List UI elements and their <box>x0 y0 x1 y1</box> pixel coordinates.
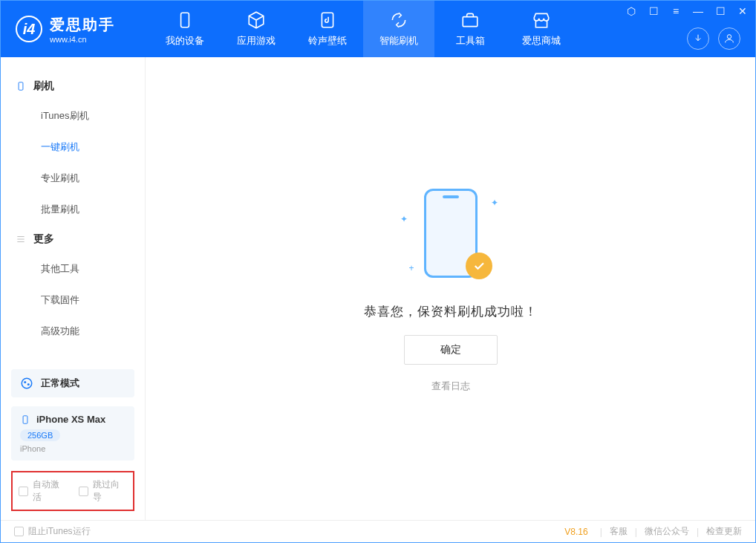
device-name-row: iPhone XS Max <box>20 414 126 425</box>
app-header: i4 爱思助手 www.i4.cn 我的设备 应用游戏 铃声壁纸 智能刷机 工具… <box>1 1 755 57</box>
mode-label: 正常模式 <box>41 377 79 390</box>
refresh-icon <box>389 10 408 30</box>
logo-title: 爱思助手 <box>50 15 115 35</box>
checkbox-label: 阻止iTunes运行 <box>28 525 91 538</box>
svg-rect-2 <box>463 17 478 27</box>
device-type: iPhone <box>20 444 126 453</box>
body-area: 刷机 iTunes刷机 一键刷机 专业刷机 批量刷机 更多 其他工具 下载固件 … <box>1 57 755 520</box>
tab-smart-flash[interactable]: 智能刷机 <box>363 1 434 57</box>
sparkle-icon: + <box>409 263 414 273</box>
check-badge-icon <box>466 253 492 279</box>
sidebar-group-flash: 刷机 <box>1 72 145 100</box>
group-label: 刷机 <box>33 79 54 93</box>
device-storage-badge: 256GB <box>20 429 60 441</box>
tab-label: 应用游戏 <box>237 34 276 48</box>
svg-rect-1 <box>322 13 333 27</box>
tab-label: 爱思商城 <box>522 34 561 48</box>
tab-apps-games[interactable]: 应用游戏 <box>221 1 292 57</box>
svg-rect-8 <box>23 415 27 423</box>
checkbox-icon <box>14 527 24 536</box>
tab-my-device[interactable]: 我的设备 <box>149 1 221 57</box>
checkbox-label: 跳过向导 <box>93 478 127 504</box>
mode-card[interactable]: 正常模式 <box>11 369 134 397</box>
settings-icon[interactable]: ☐ <box>647 5 660 17</box>
tab-label: 铃声壁纸 <box>308 34 347 48</box>
tab-toolbox[interactable]: 工具箱 <box>434 1 506 57</box>
device-name: iPhone XS Max <box>36 414 105 425</box>
checkbox-icon <box>79 487 88 496</box>
svg-rect-4 <box>19 82 23 91</box>
sidebar-item-other-tools[interactable]: 其他工具 <box>1 253 145 284</box>
tab-label: 工具箱 <box>456 34 485 48</box>
store-icon <box>532 10 551 30</box>
sidebar-item-itunes-flash[interactable]: iTunes刷机 <box>1 100 145 131</box>
device-icon <box>20 414 30 425</box>
svg-point-3 <box>727 35 731 39</box>
logo-section: i4 爱思助手 www.i4.cn <box>1 15 149 44</box>
footer-link-update[interactable]: 检查更新 <box>706 525 742 538</box>
tab-label: 智能刷机 <box>379 34 418 48</box>
sidebar-item-oneclick-flash[interactable]: 一键刷机 <box>1 131 145 163</box>
success-illustration: ✦ ✦ + <box>406 184 495 288</box>
phone-icon <box>16 81 26 91</box>
view-log-link[interactable]: 查看日志 <box>431 380 470 393</box>
sidebar-group-more: 更多 <box>1 225 145 253</box>
checkbox-label: 自动激活 <box>33 478 67 504</box>
shirt-icon[interactable]: ⬡ <box>625 5 638 17</box>
checkbox-skip-guide[interactable]: 跳过向导 <box>79 478 127 504</box>
nav-tabs: 我的设备 应用游戏 铃声壁纸 智能刷机 工具箱 爱思商城 <box>149 1 577 57</box>
ok-button[interactable]: 确定 <box>404 335 498 365</box>
header-right-icons <box>687 27 740 50</box>
sparkle-icon: ✦ <box>491 198 498 208</box>
sparkle-icon: ✦ <box>400 214 408 224</box>
close-button[interactable]: ✕ <box>736 5 749 17</box>
footer-links: | 客服 | 微信公众号 | 检查更新 <box>600 525 742 538</box>
logo-url: www.i4.cn <box>50 35 115 44</box>
version-label: V8.16 <box>564 527 587 537</box>
svg-point-6 <box>24 381 26 383</box>
checkbox-icon <box>19 487 28 496</box>
music-icon <box>318 10 337 30</box>
user-icon[interactable] <box>718 27 740 50</box>
logo-icon: i4 <box>16 16 42 42</box>
device-card[interactable]: iPhone XS Max 256GB iPhone <box>11 406 134 461</box>
footer-link-support[interactable]: 客服 <box>610 525 628 538</box>
mode-icon <box>20 377 33 390</box>
cube-icon <box>247 10 266 30</box>
checkbox-auto-activate[interactable]: 自动激活 <box>19 478 67 504</box>
main-content: ✦ ✦ + 恭喜您，保资料刷机成功啦！ 确定 查看日志 <box>146 57 755 520</box>
download-icon[interactable] <box>687 27 709 50</box>
device-icon <box>175 10 195 30</box>
tab-store[interactable]: 爱思商城 <box>506 1 577 57</box>
footer: 阻止iTunes运行 V8.16 | 客服 | 微信公众号 | 检查更新 <box>1 520 755 542</box>
tab-label: 我的设备 <box>166 34 204 48</box>
checkbox-block-itunes[interactable]: 阻止iTunes运行 <box>14 525 91 538</box>
menu-icon[interactable]: ≡ <box>669 5 682 17</box>
titlebar-controls: ⬡ ☐ ≡ — ☐ ✕ <box>625 5 749 17</box>
success-message: 恭喜您，保资料刷机成功啦！ <box>364 303 538 320</box>
tab-ringtones[interactable]: 铃声壁纸 <box>292 1 363 57</box>
footer-link-wechat[interactable]: 微信公众号 <box>645 525 689 538</box>
svg-rect-0 <box>181 13 189 27</box>
highlighted-checkbox-row: 自动激活 跳过向导 <box>11 471 134 511</box>
sidebar: 刷机 iTunes刷机 一键刷机 专业刷机 批量刷机 更多 其他工具 下载固件 … <box>1 57 146 520</box>
maximize-button[interactable]: ☐ <box>714 5 727 17</box>
list-icon <box>16 234 26 244</box>
toolbox-icon <box>460 10 480 30</box>
minimize-button[interactable]: — <box>691 5 705 17</box>
sidebar-item-download-fw[interactable]: 下载固件 <box>1 284 145 316</box>
sidebar-item-advanced[interactable]: 高级功能 <box>1 316 145 347</box>
svg-point-7 <box>27 383 30 386</box>
sidebar-item-batch-flash[interactable]: 批量刷机 <box>1 194 145 225</box>
svg-point-5 <box>22 378 32 388</box>
group-label: 更多 <box>33 233 54 246</box>
sidebar-item-pro-flash[interactable]: 专业刷机 <box>1 163 145 194</box>
